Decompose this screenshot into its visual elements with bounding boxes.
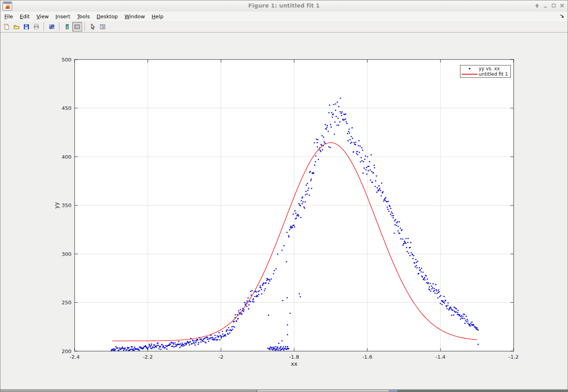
legend-row-fit: untitled fit 1 [460, 71, 510, 77]
menu-edit[interactable]: Edit [20, 13, 30, 19]
print-figure-button[interactable] [31, 22, 41, 32]
y-tick-label: 350 [62, 202, 71, 208]
x-tick-label: -1.8 [289, 354, 299, 360]
y-tick-label: 300 [62, 251, 71, 257]
raise-window-button[interactable] [533, 2, 540, 9]
menu-file[interactable]: File [4, 13, 13, 19]
property-editor-button[interactable] [98, 22, 108, 32]
legend-label-scatter: yy vs. xx [479, 66, 500, 71]
x-tick-label: -1.6 [362, 354, 372, 360]
x-tick-label: -2.4 [69, 354, 79, 360]
toolbar [0, 21, 568, 33]
close-button[interactable] [558, 2, 565, 9]
open-file-button[interactable] [12, 22, 21, 32]
legend-marker-swatch [460, 68, 479, 69]
x-tick-label: -1.4 [435, 354, 445, 360]
desktop-strip-segment [397, 390, 568, 392]
menu-help[interactable]: Help [152, 13, 164, 19]
figure-window: -2.4-2.2-2-1.8-1.6-1.4-1.220025030035040… [0, 0, 568, 392]
menu-tools[interactable]: Tools [77, 13, 90, 19]
x-tick-label: -2.2 [143, 354, 153, 360]
maximize-button[interactable] [550, 2, 557, 9]
minimize-button[interactable] [542, 2, 549, 9]
link-plot-button[interactable] [47, 22, 57, 32]
insert-colorbar-button[interactable] [62, 22, 72, 32]
plot-svg: -2.4-2.2-2-1.8-1.6-1.4-1.220025030035040… [0, 0, 568, 392]
desktop-strip-segment [389, 390, 397, 392]
window-title: Figure 1: untitled fit 1 [0, 2, 568, 9]
x-tick-label: -2 [218, 354, 223, 360]
toolbar-separator [85, 22, 85, 31]
menu-desktop[interactable]: Desktop [96, 13, 118, 19]
insert-legend-button[interactable] [72, 22, 82, 32]
edit-plot-button[interactable] [88, 22, 98, 32]
window-controls [533, 2, 565, 9]
y-tick-label: 450 [62, 105, 71, 111]
legend-label-fit: untitled fit 1 [479, 71, 508, 77]
menubar: FileEditViewInsertToolsDesktopWindowHelp [0, 12, 568, 21]
fit-line-icon [462, 74, 478, 75]
toolbar-separator [59, 22, 60, 31]
x-axis-label: xx [291, 361, 298, 367]
desktop-strip-segment [0, 390, 256, 392]
menu-view[interactable]: View [37, 13, 49, 19]
y-tick-label: 400 [62, 154, 71, 160]
legend-row-scatter: yy vs. xx [460, 66, 510, 71]
menu-window[interactable]: Window [125, 13, 145, 19]
x-tick-label: -1.2 [508, 354, 518, 360]
y-tick-label: 250 [62, 300, 71, 306]
scatter-marker-icon [469, 68, 470, 69]
desktop-strip-segment [256, 390, 257, 392]
menubar-items: FileEditViewInsertToolsDesktopWindowHelp [4, 13, 170, 19]
legend-line-swatch [460, 74, 479, 75]
plot-legend[interactable]: yy vs. xx untitled fit 1 [460, 65, 511, 78]
save-figure-button[interactable] [21, 22, 31, 32]
dock-figure-icon[interactable] [559, 13, 565, 19]
y-tick-label: 500 [62, 57, 71, 63]
y-tick-label: 200 [62, 348, 71, 354]
toolbar-separator [44, 22, 44, 31]
titlebar[interactable]: Figure 1: untitled fit 1 [0, 0, 568, 12]
menu-insert[interactable]: Insert [56, 13, 70, 19]
y-axis-label: yy [53, 202, 60, 209]
desktop-strip [0, 390, 568, 392]
new-figure-button[interactable] [2, 22, 12, 32]
